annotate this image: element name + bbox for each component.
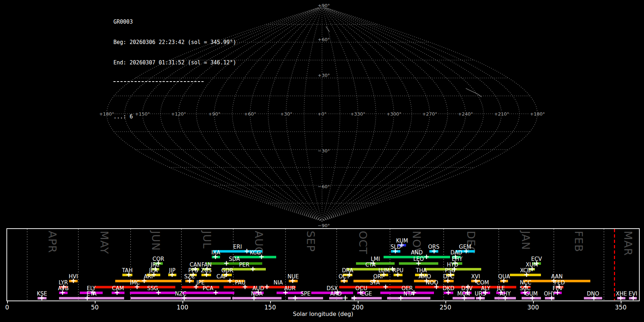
latitude-label: +30° <box>318 73 330 78</box>
axis-tick-label: 250 <box>440 304 451 311</box>
shower-activity-bar <box>182 292 234 294</box>
shower-peak-marker: + <box>591 294 597 301</box>
begin-time: Beg: 20260306 22:23:42 (sol = 345.99°) <box>113 39 236 46</box>
shower-peak-marker: + <box>424 253 430 260</box>
shower-peak-marker: + <box>445 277 451 284</box>
shower-code-label: NTA <box>404 291 414 297</box>
month-gridline <box>130 229 131 300</box>
shower-peak-marker: + <box>181 294 187 301</box>
shower-peak-marker: + <box>134 283 140 290</box>
shower-peak-marker: + <box>431 247 437 254</box>
shower-peak-marker: + <box>227 277 233 284</box>
shower-peak-marker: + <box>193 283 199 290</box>
observation-header: GR0003 Beg: 20260306 22:23:42 (sol = 345… <box>113 5 236 134</box>
shower-peak-marker: + <box>530 294 536 301</box>
shower-peak-marker: + <box>290 277 296 284</box>
separator <box>113 81 204 82</box>
longitude-label: +210° <box>494 111 509 117</box>
current-sol-line <box>614 229 615 300</box>
month-label: APR <box>46 231 59 253</box>
shower-peak-marker: + <box>395 271 401 278</box>
axis-tick-label: 200 <box>352 304 364 311</box>
month-label: OCT <box>357 231 369 254</box>
longitude-label: +270° <box>422 111 437 117</box>
axis-tick <box>7 301 8 303</box>
month-gridline <box>27 229 28 300</box>
month-label: MAY <box>98 231 111 254</box>
shower-peak-marker: + <box>445 289 451 296</box>
shower-peak-marker: + <box>156 289 162 296</box>
shower-code-label: SDA <box>229 256 240 262</box>
shower-peak-marker: + <box>244 247 250 254</box>
latitude-label: +90° <box>318 3 330 8</box>
shower-peak-marker: + <box>283 289 289 296</box>
shower-code-label: CTA <box>365 262 376 268</box>
shower-code-label: CAP <box>216 273 227 280</box>
latitude-label: +60° <box>318 37 330 42</box>
latitude-label: −90° <box>318 223 330 228</box>
axis-tick-label: 100 <box>177 304 188 311</box>
longitude-label: +30° <box>280 111 292 117</box>
shower-peak-marker: + <box>477 294 483 301</box>
spacer <box>113 96 236 100</box>
month-label: FEB <box>572 231 585 252</box>
axis-tick-label: 350 <box>615 304 626 311</box>
shower-peak-marker: + <box>141 277 147 284</box>
shower-peak-marker: + <box>251 294 257 301</box>
shower-peak-marker: + <box>70 277 77 284</box>
longitude-label: +60° <box>244 111 256 117</box>
shower-peak-marker: + <box>39 294 45 301</box>
month-label: JUN <box>150 231 162 251</box>
shower-peak-marker: + <box>502 294 508 301</box>
shower-peak-marker: + <box>392 247 399 254</box>
shower-activity-bar <box>131 297 231 299</box>
meteor-count: ...: 6 <box>113 113 236 120</box>
shower-code-label: NIA <box>274 279 283 286</box>
latitude-label: −30° <box>318 148 330 153</box>
shower-peak-marker: + <box>342 294 348 301</box>
axis-tick <box>445 301 446 303</box>
longitude-label: +180° <box>99 111 114 117</box>
longitude-label: +0° <box>317 111 327 117</box>
longitude-label: +240° <box>458 111 473 117</box>
month-gridline <box>181 229 182 300</box>
shower-peak-marker: + <box>501 277 507 284</box>
month-label: SEP <box>304 231 317 252</box>
axis-tick-label: 300 <box>527 304 539 311</box>
shower-peak-marker: + <box>341 277 347 284</box>
shower-peak-marker: + <box>351 294 357 301</box>
shower-peak-marker: + <box>204 271 210 278</box>
meteor-shower-plot: +180°+150°+120°+90°+60°+30°+0°+330°+300°… <box>0 0 644 322</box>
meteor-trail <box>326 26 330 32</box>
month-gridline <box>604 229 604 300</box>
shower-code-label: ARD <box>330 291 342 297</box>
shower-peak-marker: + <box>242 283 248 290</box>
shower-peak-marker: + <box>84 294 91 301</box>
shower-peak-marker: + <box>264 283 270 290</box>
shower-activity-bar <box>387 297 430 299</box>
x-axis-title: Solar longitude (deg) <box>293 311 353 317</box>
shower-peak-marker: + <box>250 265 256 272</box>
shower-peak-marker: + <box>114 289 120 296</box>
month-label: MAR <box>622 231 634 256</box>
end-time: End: 20260307 01:31:52 (sol = 346.12°) <box>113 59 236 66</box>
axis-tick <box>95 301 96 303</box>
longitude-label: +300° <box>386 111 401 117</box>
shower-peak-marker: + <box>398 294 404 301</box>
shower-peak-marker: + <box>383 283 389 290</box>
shower-peak-marker: + <box>630 294 636 301</box>
shower-peak-marker: + <box>169 271 175 278</box>
axis-tick-label: 150 <box>264 304 276 311</box>
shower-code-label: PER <box>239 262 249 268</box>
shower-peak-marker: + <box>213 253 219 260</box>
shower-code-label: STA <box>370 279 380 286</box>
shower-peak-marker: + <box>549 294 555 301</box>
longitude-label: +180° <box>530 111 545 117</box>
axis-tick <box>270 301 271 303</box>
axis-tick <box>358 301 358 303</box>
sky-map: +180°+150°+120°+90°+60°+30°+0°+330°+300°… <box>0 0 644 229</box>
axis-tick-label: 50 <box>91 304 99 311</box>
shower-code-label: SPE <box>301 291 311 297</box>
shower-peak-marker: + <box>434 283 440 290</box>
month-label: JUL <box>201 231 213 249</box>
